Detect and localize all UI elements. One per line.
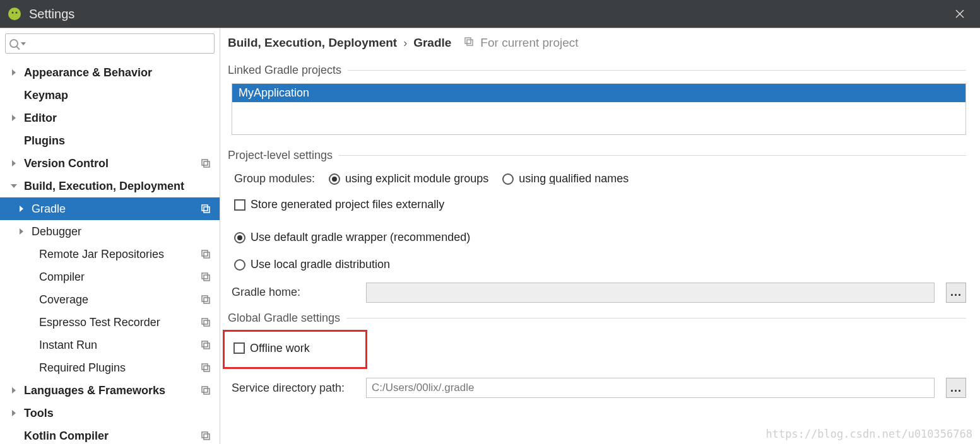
radio-local-distribution[interactable]: Use local gradle distribution [234,258,390,271]
sidebar-item[interactable]: Keymap [0,84,220,107]
search-wrap [0,28,220,59]
group-modules-row: Group modules: using explicit module gro… [234,172,966,185]
sidebar-item[interactable]: Editor [0,107,220,129]
sidebar-item-label: Compiler [39,271,85,284]
sidebar-item[interactable]: Tools [0,402,220,424]
copy-icon [201,431,211,441]
close-icon [955,9,964,18]
sidebar-item[interactable]: Build, Execution, Deployment [0,175,220,197]
copy-icon [201,295,211,305]
sidebar-item-label: Instant Run [39,339,97,352]
svg-rect-17 [202,318,208,324]
sidebar-item-label: Espresso Test Recorder [39,316,160,329]
radio-explicit-groups-label: using explicit module groups [345,172,488,185]
section-linked-text: Linked Gradle projects [228,64,341,77]
sidebar-item[interactable]: Instant Run [0,334,220,356]
copy-icon [201,363,211,373]
chevron-right-icon[interactable] [10,68,19,77]
copy-icon [201,317,211,327]
sidebar-item-label: Coverage [39,293,88,307]
svg-point-2 [16,12,18,14]
sidebar-item[interactable]: Compiler [0,266,220,288]
chevron-right-icon[interactable] [18,227,27,236]
sidebar-item-label: Keymap [24,89,68,102]
svg-rect-16 [204,298,210,303]
sidebar-item[interactable]: Gradle [0,197,220,220]
checkbox-offline-work-label: Offline work [250,342,310,355]
linked-project-item[interactable]: MyApplication [232,84,965,102]
svg-rect-9 [202,205,208,211]
svg-rect-26 [204,434,210,440]
sidebar-item[interactable]: Plugins [0,129,220,152]
sidebar-item[interactable]: Required Plugins [0,356,220,379]
divider [339,155,966,156]
checkbox-store-external-label: Store generated project files externally [251,198,444,211]
radio-qualified-names[interactable]: using qualified names [502,172,629,185]
sidebar-item[interactable]: Kotlin Compiler [0,424,220,444]
close-button[interactable] [946,0,974,28]
section-project-label: Project-level settings [228,149,966,162]
svg-rect-12 [204,252,210,258]
radio-explicit-groups[interactable]: using explicit module groups [329,172,488,185]
sidebar-item-label: Version Control [24,157,109,170]
sidebar-item[interactable]: Debugger [0,220,220,243]
chevron-down-icon[interactable] [10,182,19,190]
settings-tree[interactable]: Appearance & BehaviorKeymapEditorPlugins… [0,59,220,444]
breadcrumb-separator: › [403,37,407,50]
sidebar-item-label: Appearance & Behavior [24,66,152,79]
copy-icon [201,249,211,259]
chevron-right-icon[interactable] [10,114,19,122]
sidebar-item-label: Remote Jar Repositories [39,248,164,261]
chevron-right-icon[interactable] [10,159,19,168]
gradle-home-browse-button[interactable]: ... [946,283,966,303]
breadcrumb-scope: For current project [480,36,578,50]
svg-rect-15 [202,296,208,301]
svg-rect-8 [204,161,210,167]
section-global-text: Global Gradle settings [228,312,340,325]
svg-rect-18 [204,320,210,326]
copy-icon [201,385,211,395]
sidebar-item-label: Plugins [24,134,65,148]
sidebar-item-label: Tools [24,407,54,420]
breadcrumb-current: Gradle [413,36,451,50]
sidebar-item[interactable]: Version Control [0,152,220,175]
offline-work-highlight: Offline work [223,330,367,370]
service-dir-input[interactable] [366,378,935,398]
gradle-home-input [366,283,935,303]
svg-rect-11 [202,250,208,256]
svg-rect-28 [467,40,473,45]
chevron-right-icon[interactable] [10,409,19,418]
svg-point-0 [8,8,21,20]
gradle-home-label: Gradle home: [232,286,355,299]
sidebar-item[interactable]: Espresso Test Recorder [0,311,220,334]
section-project-text: Project-level settings [228,149,333,162]
radio-default-wrapper[interactable]: Use default gradle wrapper (recommended) [234,231,470,244]
section-linked-label: Linked Gradle projects [228,64,966,77]
divider [348,70,966,71]
main: Appearance & BehaviorKeymapEditorPlugins… [0,28,980,444]
checkbox-offline-work[interactable]: Offline work [233,342,310,355]
search-box[interactable] [5,33,215,54]
radio-icon [234,259,245,271]
search-options-icon[interactable] [21,42,26,45]
chevron-right-icon[interactable] [18,204,27,213]
app-icon [6,6,23,22]
sidebar-item-label: Required Plugins [39,361,126,375]
svg-rect-7 [202,160,208,165]
service-dir-browse-button[interactable]: ... [946,378,966,398]
sidebar-item[interactable]: Coverage [0,288,220,311]
linked-projects-list[interactable]: MyApplication [232,83,966,135]
sidebar-item[interactable]: Remote Jar Repositories [0,243,220,266]
chevron-right-icon[interactable] [10,386,19,395]
checkbox-store-external[interactable]: Store generated project files externally [234,198,444,211]
radio-icon [329,173,340,185]
sidebar-item[interactable]: Languages & Frameworks [0,379,220,402]
svg-rect-13 [202,273,208,279]
sidebar-item[interactable]: Appearance & Behavior [0,61,220,84]
sidebar-item-label: Kotlin Compiler [24,429,109,443]
copy-icon [201,158,211,168]
section-global-label: Global Gradle settings [228,312,966,325]
svg-rect-22 [204,366,210,371]
gradle-home-row: Gradle home: ... [232,283,966,303]
search-input[interactable] [30,38,210,49]
